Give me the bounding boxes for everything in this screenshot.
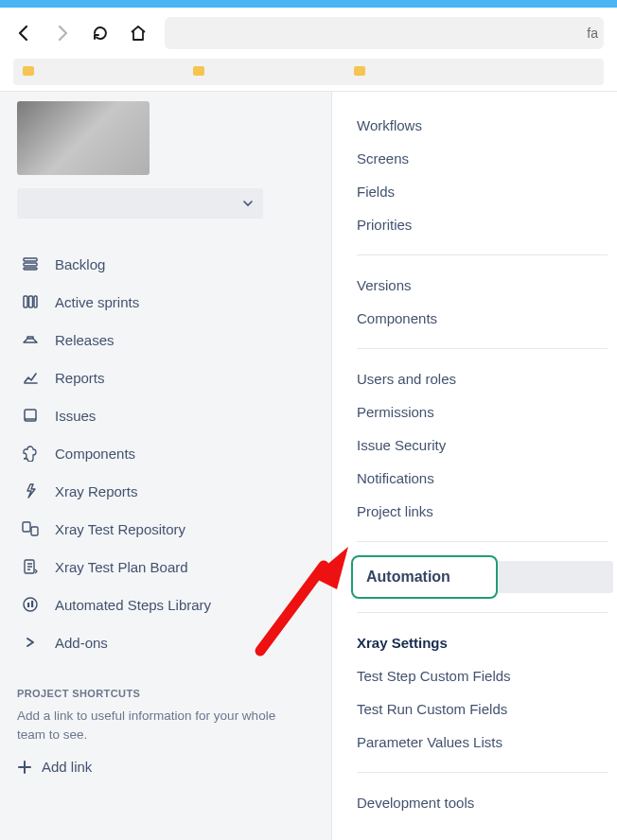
settings-item-screens[interactable]: Screens (357, 142, 608, 175)
settings-item-priorities[interactable]: Priorities (357, 208, 608, 241)
forward-button[interactable] (51, 22, 74, 44)
settings-item-issue-security[interactable]: Issue Security (357, 429, 608, 462)
settings-item-test-step-custom-fields[interactable]: Test Step Custom Fields (357, 659, 608, 692)
project-shortcuts-heading: PROJECT SHORTCUTS (17, 688, 314, 699)
settings-separator (357, 348, 608, 349)
auto-steps-icon (21, 595, 40, 614)
project-sidebar: Backlog Active sprints Releases Reports … (0, 92, 331, 840)
board-selector[interactable] (17, 188, 263, 219)
sidebar-item-label: Issues (55, 408, 96, 424)
settings-item-permissions[interactable]: Permissions (357, 395, 608, 429)
sidebar-item-xray-test-repository[interactable]: Xray Test Repository (17, 510, 314, 548)
settings-separator (357, 254, 608, 255)
sidebar-item-label: Xray Reports (55, 483, 138, 499)
url-bar[interactable]: fa (165, 17, 604, 49)
settings-separator (357, 772, 608, 773)
releases-icon (21, 330, 40, 349)
home-button[interactable] (127, 22, 150, 44)
settings-item-test-run-custom-fields[interactable]: Test Run Custom Fields (357, 692, 608, 726)
chevron-down-icon (242, 198, 254, 209)
sidebar-item-label: Releases (55, 332, 115, 348)
settings-xray-heading: Xray Settings (357, 626, 608, 659)
sidebar-item-label: Automated Steps Library (55, 597, 211, 613)
sidebar-item-label: Xray Test Repository (55, 521, 185, 537)
sidebar-item-components[interactable]: Components (17, 434, 314, 472)
settings-item-development-tools[interactable]: Development tools (357, 786, 608, 819)
settings-item-versions[interactable]: Versions (357, 269, 608, 302)
sidebar-item-label: Add-ons (55, 635, 108, 651)
svg-rect-13 (31, 601, 33, 607)
project-shortcuts-description: Add a link to useful information for you… (17, 707, 282, 744)
reports-icon (21, 368, 40, 387)
svg-rect-3 (24, 296, 27, 307)
svg-rect-1 (24, 263, 37, 266)
svg-rect-4 (29, 296, 33, 307)
sidebar-item-xray-reports[interactable]: Xray Reports (17, 472, 314, 510)
addons-icon (21, 633, 40, 652)
sidebar-item-label: Xray Test Plan Board (55, 559, 188, 575)
sidebar-item-label: Reports (55, 370, 105, 386)
xray-reports-icon (21, 481, 40, 500)
add-link-label: Add link (42, 759, 92, 775)
svg-rect-8 (23, 522, 30, 532)
add-link-button[interactable]: Add link (17, 759, 314, 775)
bookmarks-bar[interactable] (13, 59, 604, 85)
sidebar-item-label: Backlog (55, 256, 105, 272)
svg-rect-2 (24, 268, 37, 270)
sidebar-item-backlog[interactable]: Backlog (17, 245, 314, 283)
svg-rect-5 (34, 296, 37, 307)
issues-icon (21, 406, 40, 425)
sidebar-item-add-ons[interactable]: Add-ons (17, 623, 314, 661)
svg-point-11 (24, 598, 37, 611)
settings-item-parameter-values-lists[interactable]: Parameter Values Lists (357, 726, 608, 759)
url-tail: fa (587, 26, 598, 41)
settings-item-components[interactable]: Components (357, 302, 608, 335)
svg-rect-0 (24, 258, 37, 261)
automation-label: Automation (366, 569, 450, 585)
automation-highlight: Automation (351, 555, 498, 599)
settings-item-project-links[interactable]: Project links (357, 495, 608, 528)
settings-item-users-roles[interactable]: Users and roles (357, 362, 608, 395)
backlog-icon (21, 254, 40, 273)
svg-rect-9 (31, 527, 38, 535)
reload-button[interactable] (89, 22, 112, 44)
settings-item-workflows[interactable]: Workflows (357, 109, 608, 142)
sidebar-item-label: Active sprints (55, 294, 139, 310)
sprints-icon (21, 292, 40, 311)
settings-separator (357, 541, 608, 542)
project-avatar (17, 101, 150, 175)
sidebar-item-releases[interactable]: Releases (17, 321, 314, 359)
sidebar-nav: Backlog Active sprints Releases Reports … (17, 245, 314, 661)
settings-item-notifications[interactable]: Notifications (357, 462, 608, 495)
browser-tab-strip (0, 0, 617, 8)
sidebar-item-active-sprints[interactable]: Active sprints (17, 283, 314, 321)
settings-separator (357, 612, 608, 613)
sidebar-item-issues[interactable]: Issues (17, 396, 314, 434)
svg-rect-12 (27, 603, 29, 607)
sidebar-item-xray-test-plan-board[interactable]: Xray Test Plan Board (17, 548, 314, 586)
settings-item-fields[interactable]: Fields (357, 175, 608, 208)
components-icon (21, 444, 40, 463)
back-button[interactable] (13, 22, 36, 44)
project-settings-pane: Workflows Screens Fields Priorities Vers… (331, 92, 617, 840)
plus-icon (17, 760, 32, 775)
xray-plan-icon (21, 557, 40, 576)
sidebar-item-label: Components (55, 446, 135, 462)
sidebar-item-automated-steps-library[interactable]: Automated Steps Library (17, 586, 314, 623)
sidebar-item-reports[interactable]: Reports (17, 359, 314, 396)
xray-repo-icon (21, 519, 40, 538)
settings-item-automation[interactable]: Automation (351, 555, 613, 599)
browser-toolbar: fa (0, 8, 617, 59)
